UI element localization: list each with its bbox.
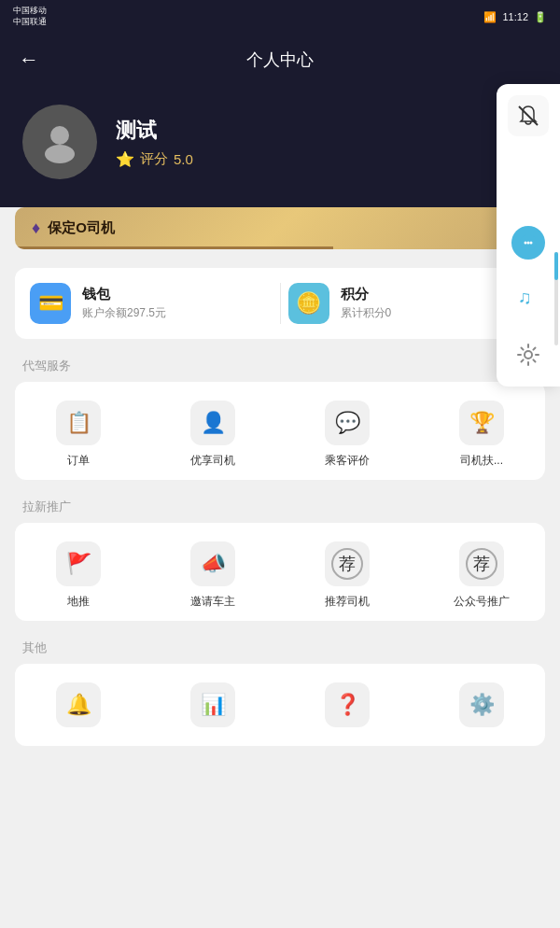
- settings-other-icon: ⚙️: [459, 682, 504, 727]
- svg-text:♫: ♫: [518, 287, 532, 307]
- rating-value: 5.0: [174, 151, 193, 167]
- service-item-bell[interactable]: 🔔: [15, 679, 142, 738]
- rating-label: 评分: [140, 150, 168, 168]
- carrier1-label: 中国移动: [13, 6, 47, 17]
- signal-icon: 📶: [483, 11, 497, 23]
- points-info: 积分 累计积分0: [341, 286, 392, 321]
- service-item-invite-owner[interactable]: 📣 邀请车主: [149, 538, 276, 613]
- scroll-indicator: [554, 252, 558, 345]
- order-label: 订单: [67, 453, 90, 469]
- service-item-chart[interactable]: 📊: [149, 679, 276, 738]
- chat-icon: [519, 233, 538, 252]
- bell-other-icon: 🔔: [56, 682, 101, 727]
- profile-info: 测试 ⭐ 评分 5.0: [116, 117, 193, 168]
- svg-point-5: [527, 242, 530, 245]
- points-item[interactable]: 🪙 积分 累计积分0: [288, 283, 531, 324]
- help-icon: ❓: [325, 682, 370, 727]
- svg-point-8: [525, 351, 532, 359]
- battery-icon: 🔋: [534, 11, 547, 23]
- service-item-recommend-driver[interactable]: 荐 推荐司机: [284, 538, 411, 613]
- time-label: 11:12: [502, 11, 528, 22]
- wallet-row: 💳 钱包 账户余额297.5元 🪙 积分 累计积分0: [30, 283, 530, 324]
- ground-icon: 🚩: [56, 541, 101, 586]
- carrier-info: 中国移动 中国联通: [13, 6, 47, 27]
- overlay-panel: ♫: [497, 84, 560, 387]
- rank-icon: 🏆: [459, 401, 504, 445]
- status-bar: 中国移动 中国联通 📶 11:12 🔋: [0, 0, 560, 34]
- settings-overlay-button[interactable]: [508, 334, 549, 375]
- avatar[interactable]: [22, 105, 97, 179]
- wallet-sub: 账户余额297.5元: [82, 305, 166, 321]
- other-service-grid: 🔔 📊 ❓ ⚙️: [15, 664, 545, 746]
- invite-owner-label: 邀请车主: [190, 594, 235, 610]
- service-item-driver[interactable]: 👤 优享司机: [149, 397, 276, 472]
- ground-label: 地推: [67, 594, 90, 610]
- section-title-driving: 代驾服务: [0, 346, 560, 382]
- carrier2-label: 中国联通: [13, 17, 47, 28]
- rank-label: 司机扶...: [460, 453, 503, 469]
- service-item-order[interactable]: 📋 订单: [15, 397, 142, 472]
- main-content: 💳 钱包 账户余额297.5元 🪙 积分 累计积分0 代驾服务 📋 订单: [0, 249, 560, 765]
- driver-icon: 👤: [190, 401, 235, 445]
- section-title-other: 其他: [0, 628, 560, 664]
- avatar-icon: [36, 119, 83, 165]
- invite-owner-icon: 📣: [190, 541, 235, 586]
- chat-button[interactable]: [511, 226, 545, 260]
- wallet-label: 钱包: [82, 286, 166, 303]
- wallet-divider: [280, 283, 281, 324]
- service-item-ground[interactable]: 🚩 地推: [15, 538, 142, 613]
- points-icon: 🪙: [288, 283, 329, 324]
- svg-point-1: [45, 145, 75, 163]
- driver-label: 优享司机: [190, 453, 235, 469]
- bell-off-icon: [515, 103, 541, 129]
- svg-line-2: [519, 106, 538, 125]
- points-label: 积分: [341, 286, 392, 303]
- recommend-driver-label: 推荐司机: [325, 594, 370, 610]
- wallet-card: 💳 钱包 账户余额297.5元 🪙 积分 累计积分0: [15, 268, 545, 339]
- official-icon: 荐: [459, 541, 504, 586]
- back-button[interactable]: ←: [19, 48, 39, 72]
- header: ← 个人中心: [0, 34, 560, 86]
- promote-service-grid: 🚩 地推 📣 邀请车主 荐 推荐司机 荐 公众号推广: [15, 523, 545, 621]
- points-sub: 累计积分0: [341, 305, 392, 321]
- section-title-promote: 拉新推广: [0, 487, 560, 523]
- page-title: 个人中心: [246, 49, 314, 71]
- vip-text: 保定O司机: [48, 219, 115, 237]
- profile-rating: ⭐ 评分 5.0: [116, 150, 193, 168]
- wallet-icon: 💳: [30, 283, 71, 324]
- service-item-help[interactable]: ❓: [284, 679, 411, 738]
- vip-banner[interactable]: ♦ 保定O司机: [15, 207, 545, 249]
- star-icon: ⭐: [116, 150, 134, 168]
- notification-off-button[interactable]: [508, 95, 549, 136]
- chart-icon: 📊: [190, 682, 235, 727]
- driving-service-grid: 📋 订单 👤 优享司机 💬 乘客评价 🏆 司机扶...: [15, 382, 545, 480]
- svg-point-0: [50, 126, 69, 145]
- review-label: 乘客评价: [325, 453, 370, 469]
- status-right: 📶 11:12 🔋: [483, 11, 547, 23]
- recommend-driver-icon: 荐: [325, 541, 370, 586]
- diamond-icon: ♦: [32, 218, 40, 238]
- svg-point-4: [525, 242, 527, 245]
- music-icon: ♫: [516, 285, 540, 309]
- gear-icon: [516, 343, 540, 367]
- profile-name: 测试: [116, 117, 193, 145]
- service-item-settings[interactable]: ⚙️: [418, 679, 545, 738]
- wallet-item[interactable]: 💳 钱包 账户余额297.5元: [30, 283, 273, 324]
- review-icon: 💬: [325, 401, 370, 445]
- order-icon: 📋: [56, 401, 101, 445]
- service-item-rank[interactable]: 🏆 司机扶...: [418, 397, 545, 472]
- profile-section: 测试 ⭐ 评分 5.0: [0, 86, 560, 207]
- music-button[interactable]: ♫: [508, 276, 549, 317]
- wallet-info: 钱包 账户余额297.5元: [82, 286, 166, 321]
- official-label: 公众号推广: [454, 594, 510, 610]
- service-item-official[interactable]: 荐 公众号推广: [418, 538, 545, 613]
- service-item-review[interactable]: 💬 乘客评价: [284, 397, 411, 472]
- scroll-thumb: [554, 252, 558, 280]
- svg-point-6: [530, 242, 533, 245]
